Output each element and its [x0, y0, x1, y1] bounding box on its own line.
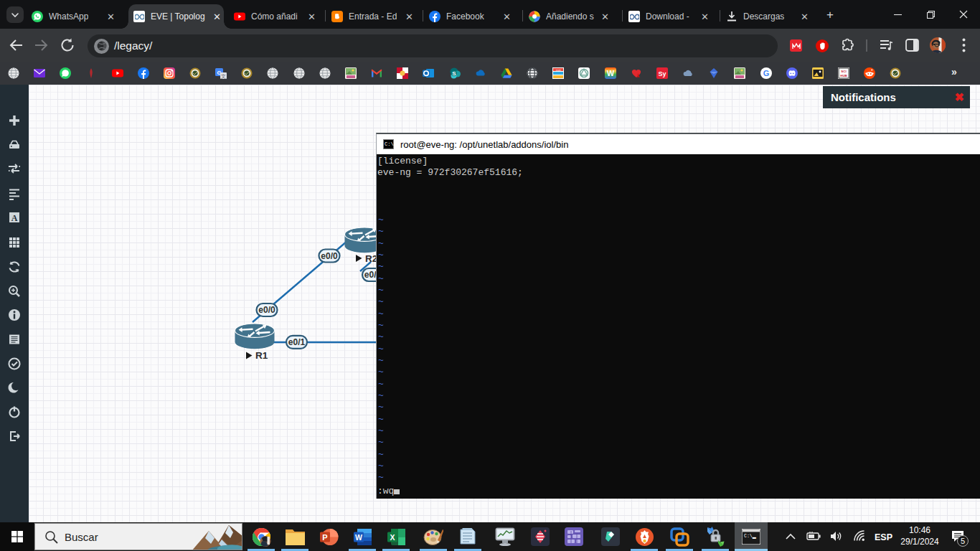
svg-text:X: X [390, 532, 395, 541]
svg-text:TIM: TIM [555, 69, 561, 72]
svg-text:C:\▂: C:\▂ [744, 534, 757, 539]
svg-text:R1: R1 [255, 350, 268, 361]
svg-text:e0/0: e0/0 [321, 251, 338, 261]
svg-text:HUB: HUB [840, 74, 847, 77]
svg-text:文: 文 [221, 73, 226, 79]
svg-text:G: G [763, 69, 770, 77]
svg-text:Sy: Sy [658, 70, 666, 77]
svg-text:W: W [355, 532, 362, 541]
svg-text:W: W [607, 69, 615, 77]
svg-text:e0/1: e0/1 [288, 337, 306, 347]
svg-text:SCI: SCI [841, 70, 846, 73]
svg-text:S: S [452, 70, 456, 77]
svg-text:P: P [322, 533, 327, 542]
svg-text:e0/0: e0/0 [258, 305, 275, 315]
